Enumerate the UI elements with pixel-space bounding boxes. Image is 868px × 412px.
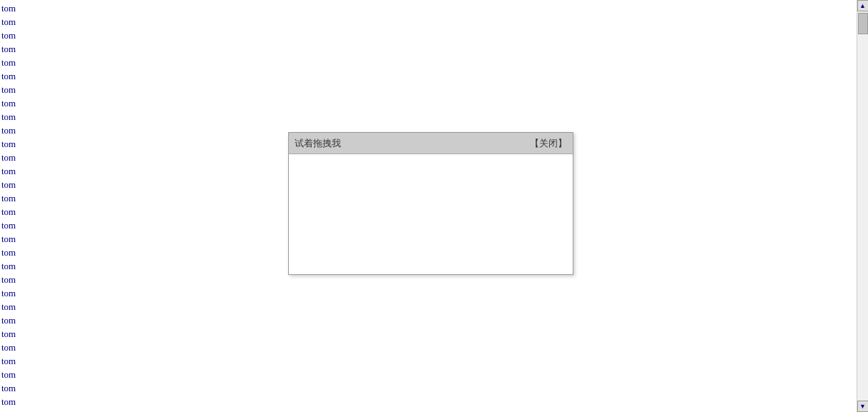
list-item: tom xyxy=(0,395,868,408)
list-item: tom xyxy=(0,300,868,313)
list-item: tom xyxy=(0,368,868,381)
list-item: tom xyxy=(0,327,868,341)
list-item: tom xyxy=(0,110,868,124)
dialog-titlebar[interactable]: 试着拖拽我 【关闭】 xyxy=(289,133,573,154)
list-item: tom xyxy=(0,83,868,96)
list-item: tom xyxy=(0,286,868,300)
scrollbar[interactable]: ▲ ▼ xyxy=(857,0,868,412)
list-item: tom xyxy=(0,313,868,327)
list-item: tom xyxy=(0,354,868,368)
scrollbar-arrow-up[interactable]: ▲ xyxy=(857,0,869,11)
dialog-title: 试着拖拽我 xyxy=(295,137,341,150)
list-item: tom xyxy=(0,381,868,395)
scrollbar-arrow-down[interactable]: ▼ xyxy=(857,401,869,412)
dialog-close-button[interactable]: 【关闭】 xyxy=(530,137,567,150)
scrollbar-track xyxy=(857,11,868,401)
list-item: tom xyxy=(0,42,868,56)
list-item: tom xyxy=(0,1,868,15)
list-item: tom xyxy=(0,56,868,69)
list-item: tom xyxy=(0,69,868,83)
dialog[interactable]: 试着拖拽我 【关闭】 xyxy=(288,132,573,275)
list-item: tom xyxy=(0,15,868,29)
list-item: tom xyxy=(0,29,868,42)
dialog-body xyxy=(289,154,573,274)
scrollbar-thumb[interactable] xyxy=(858,13,868,34)
list-item: tom xyxy=(0,341,868,354)
list-item: tom xyxy=(0,96,868,110)
